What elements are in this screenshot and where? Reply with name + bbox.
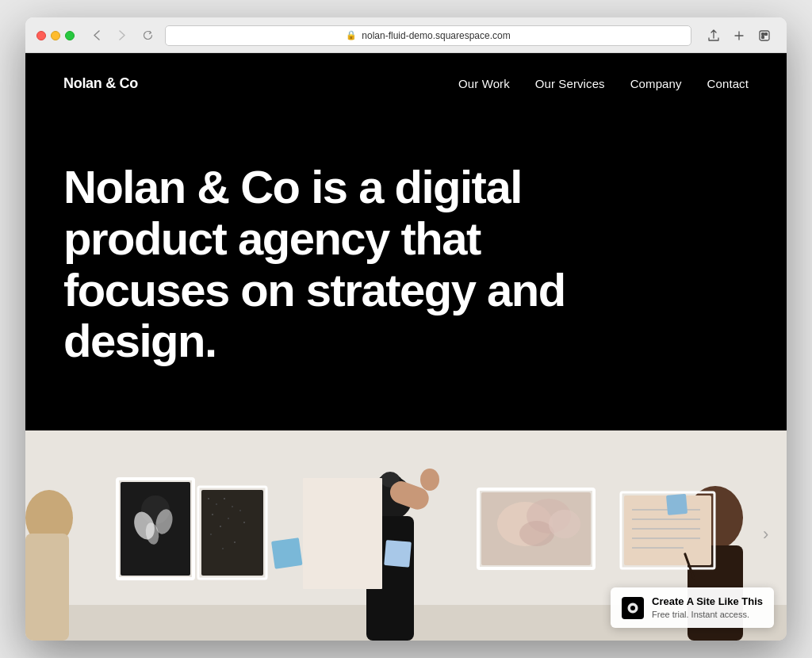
svg-point-43 — [549, 510, 580, 538]
svg-rect-2 — [764, 33, 768, 36]
fullscreen-button[interactable] — [65, 31, 75, 40]
svg-rect-3 — [761, 36, 764, 39]
squarespace-badge[interactable]: Create A Site Like This Free trial. Inst… — [611, 587, 774, 628]
svg-rect-25 — [210, 534, 212, 535]
svg-rect-20 — [212, 514, 213, 515]
image-section: › Create A Site Like This Free trial. In… — [25, 430, 787, 641]
svg-rect-37 — [384, 540, 412, 568]
svg-rect-16 — [208, 498, 209, 499]
badge-text: Create A Site Like This Free trial. Inst… — [652, 595, 763, 620]
site-nav: Our Work Our Services Company Contact — [458, 77, 749, 90]
browser-navigation — [86, 27, 159, 44]
reload-button[interactable] — [136, 27, 159, 44]
svg-rect-7 — [25, 534, 69, 641]
svg-rect-21 — [228, 518, 229, 519]
svg-rect-24 — [243, 522, 245, 523]
badge-title: Create A Site Like This — [652, 595, 763, 609]
nav-contact[interactable]: Contact — [707, 77, 749, 90]
forward-button[interactable] — [111, 27, 133, 44]
svg-point-35 — [420, 469, 439, 491]
svg-rect-19 — [232, 506, 233, 507]
website-content: Nolan & Co Our Work Our Services Company… — [25, 53, 787, 641]
svg-rect-22 — [220, 526, 221, 527]
svg-rect-53 — [666, 494, 688, 515]
tab-overview-button[interactable] — [753, 27, 776, 44]
nav-our-services[interactable]: Our Services — [535, 77, 605, 90]
badge-subtitle: Free trial. Instant access. — [652, 609, 763, 620]
svg-point-56 — [630, 606, 635, 610]
nav-our-work[interactable]: Our Work — [458, 77, 510, 90]
nav-company[interactable]: Company — [630, 77, 682, 90]
browser-window: 🔒 nolan-fluid-demo.squarespace.com — [25, 17, 787, 641]
svg-rect-36 — [303, 478, 382, 589]
ssl-lock-icon: 🔒 — [346, 30, 357, 40]
browser-chrome: 🔒 nolan-fluid-demo.squarespace.com — [25, 17, 787, 53]
close-button[interactable] — [36, 31, 46, 40]
new-tab-button[interactable] — [728, 27, 750, 44]
url-display: nolan-fluid-demo.squarespace.com — [362, 30, 510, 41]
svg-rect-26 — [234, 541, 236, 543]
svg-rect-28 — [271, 538, 303, 570]
minimize-button[interactable] — [51, 31, 60, 40]
traffic-lights — [36, 31, 75, 40]
svg-rect-14 — [201, 490, 263, 576]
svg-text:›: › — [763, 524, 768, 544]
address-bar[interactable]: 🔒 nolan-fluid-demo.squarespace.com — [165, 25, 691, 46]
svg-rect-1 — [761, 33, 764, 36]
site-logo[interactable]: Nolan & Co — [63, 75, 138, 92]
browser-actions — [703, 27, 776, 44]
back-button[interactable] — [86, 27, 108, 44]
site-header: Nolan & Co Our Work Our Services Company… — [25, 53, 787, 114]
svg-rect-27 — [222, 548, 224, 549]
svg-rect-18 — [224, 498, 225, 499]
svg-rect-0 — [760, 31, 769, 40]
hero-section: Nolan & Co is a digital product agency t… — [25, 114, 787, 431]
svg-rect-17 — [216, 503, 217, 505]
svg-rect-23 — [239, 510, 241, 511]
hero-headline: Nolan & Co is a digital product agency t… — [63, 162, 571, 368]
squarespace-icon — [622, 597, 644, 619]
share-button[interactable] — [703, 27, 725, 44]
